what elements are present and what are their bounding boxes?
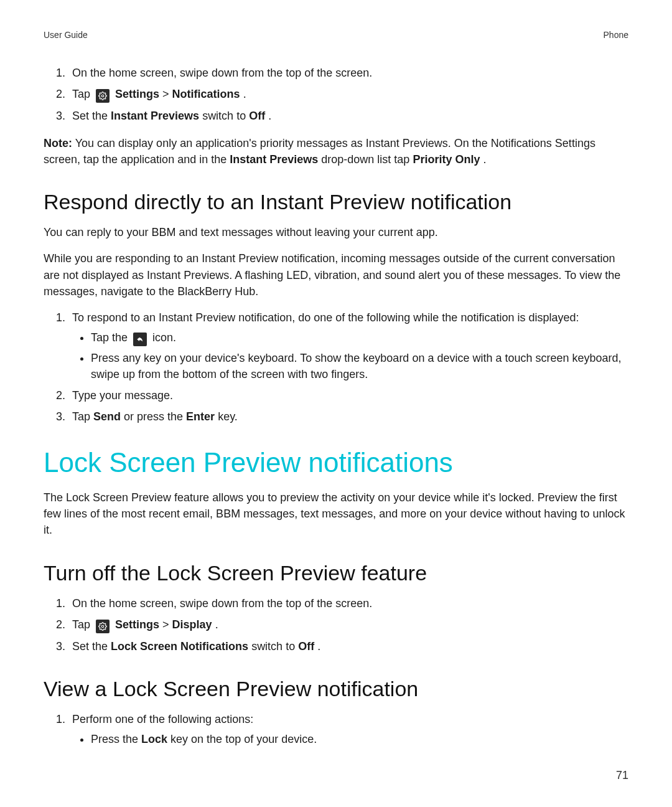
s3-bold: Instant Previews: [111, 110, 199, 122]
respond-step-1: To respond to an Instant Preview notific…: [68, 309, 628, 382]
svg-point-1: [101, 625, 104, 628]
reply-arrow-icon: [133, 333, 147, 346]
gear-icon: [96, 620, 110, 633]
note-body1: You can display only an application's pr…: [44, 137, 595, 166]
view-s1-text: Perform one of the following actions:: [72, 713, 253, 725]
lock-chapter-title: Lock Screen Preview notifications: [44, 447, 628, 478]
to-s3-end: .: [317, 640, 320, 653]
s3-mid: or press the: [124, 410, 186, 423]
turn-off-step-1: On the home screen, swipe down from the …: [68, 595, 628, 611]
turn-off-steps: On the home screen, swipe down from the …: [44, 595, 628, 654]
to-s2-period: .: [215, 618, 218, 631]
respond-step-2: Type your message.: [68, 387, 628, 404]
respond-steps: To respond to an Instant Preview notific…: [44, 309, 628, 425]
respond-s1-text: To respond to an Instant Preview notific…: [72, 311, 579, 324]
intro-step-3: Set the Instant Previews switch to Off .: [68, 108, 628, 124]
view-s1-bullets: Press the Lock key on the top of your de…: [72, 731, 628, 747]
svg-point-0: [101, 95, 104, 97]
page-header: User Guide Phone: [44, 30, 628, 40]
s3-pre: Tap: [72, 410, 93, 423]
b1-pre: Tap the: [91, 331, 131, 344]
text-period: .: [243, 88, 246, 100]
respond-s1-bullet-1: Tap the icon.: [91, 329, 628, 346]
view-step-1: Perform one of the following actions: Pr…: [68, 711, 628, 747]
to-s3-b: Lock Screen Notifications: [111, 640, 248, 653]
intro-steps: On the home screen, swipe down from the …: [44, 65, 628, 124]
s3-pre: Set the: [72, 110, 111, 122]
respond-s1-bullets: Tap the icon. Press any key on your devi…: [72, 329, 628, 382]
text-settings: Settings: [115, 88, 159, 100]
gear-icon: [96, 89, 110, 103]
s3-b2: Enter: [186, 410, 215, 423]
to-s2-tap: Tap: [72, 618, 93, 631]
intro-step-1: On the home screen, swipe down from the …: [68, 65, 628, 81]
s3-end: key.: [218, 410, 238, 423]
s3-b1: Send: [93, 410, 121, 423]
s3-bold2: Off: [249, 110, 265, 122]
to-s2-settings: Settings: [115, 618, 159, 631]
to-s2-gt: >: [162, 618, 172, 631]
vb1-b: Lock: [141, 733, 167, 745]
to-s2-display: Display: [172, 618, 212, 631]
view-s1-bullet-1: Press the Lock key on the top of your de…: [91, 731, 628, 747]
turn-off-step-3: Set the Lock Screen Notifications switch…: [68, 638, 628, 654]
b1-post: icon.: [152, 331, 176, 344]
note-end: .: [483, 153, 486, 166]
to-s3-mid: switch to: [251, 640, 298, 653]
page-number: 71: [616, 769, 628, 782]
to-s3-b2: Off: [298, 640, 314, 653]
turn-off-step-2: Tap Settings > Display .: [68, 616, 628, 633]
lock-intro: The Lock Screen Preview feature allows y…: [44, 489, 628, 538]
text-gt: >: [162, 88, 172, 100]
vb1-post: key on the top of your device.: [170, 733, 317, 745]
s3-mid: switch to: [202, 110, 249, 122]
respond-step-3: Tap Send or press the Enter key.: [68, 408, 628, 425]
note-bold1: Instant Previews: [230, 153, 318, 166]
respond-s1-bullet-2: Press any key on your device's keyboard.…: [91, 350, 628, 382]
view-title: View a Lock Screen Preview notification: [44, 677, 628, 701]
note-body2: drop-down list tap: [321, 153, 413, 166]
respond-p2: While you are responding to an Instant P…: [44, 250, 628, 299]
note-bold2: Priority Only: [413, 153, 480, 166]
note-label: Note:: [44, 137, 72, 149]
note-paragraph: Note: You can display only an applicatio…: [44, 135, 628, 168]
text-tap: Tap: [72, 88, 93, 100]
header-right: Phone: [604, 30, 628, 40]
vb1-pre: Press the: [91, 733, 141, 745]
to-s3-pre: Set the: [72, 640, 111, 653]
document-page: User Guide Phone On the home screen, swi…: [0, 0, 672, 807]
intro-step-2: Tap Settings > Notifications .: [68, 86, 628, 103]
header-left: User Guide: [44, 30, 88, 40]
view-steps: Perform one of the following actions: Pr…: [44, 711, 628, 747]
text-notifications: Notifications: [172, 88, 240, 100]
s3-end: .: [268, 110, 271, 122]
respond-p1: You can reply to your BBM and text messa…: [44, 224, 628, 240]
turn-off-title: Turn off the Lock Screen Preview feature: [44, 561, 628, 585]
respond-title: Respond directly to an Instant Preview n…: [44, 190, 628, 214]
